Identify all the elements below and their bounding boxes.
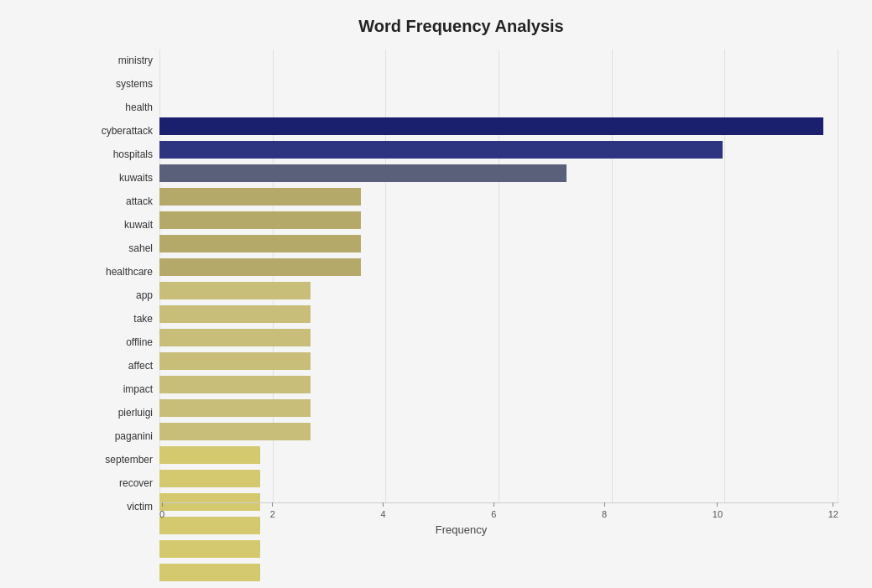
bar-track (159, 378, 838, 400)
bar-row: impact (84, 378, 838, 400)
bar-track (159, 284, 838, 306)
bar-row: recover (84, 472, 838, 494)
bar-row: pierluigi (84, 402, 838, 424)
bars-wrapper: ministrysystemshealthcyberattackhospital… (84, 49, 838, 502)
bar-label: kuwait (84, 219, 159, 231)
bar-track (159, 308, 838, 330)
bar-label: take (84, 313, 159, 325)
x-tick-label: 12 (828, 509, 838, 519)
bar-row: app (84, 284, 838, 306)
bar-label: affect (84, 360, 159, 372)
bar-track (159, 331, 838, 353)
bar-row: cyberattack (84, 120, 838, 142)
x-tick-label: 10 (713, 509, 723, 519)
x-tick-label: 8 (602, 509, 607, 519)
bar-label: healthcare (84, 266, 159, 278)
bar-track (159, 120, 838, 142)
bar-label: pierluigi (84, 407, 159, 419)
bar-track (159, 261, 838, 283)
x-tick-line (272, 502, 273, 507)
chart-container: Word Frequency Analysis ministrysystemsh… (0, 0, 872, 588)
x-tick-label: 0 (159, 509, 164, 519)
bar-label: health (84, 101, 159, 113)
x-tick-label: 4 (381, 509, 386, 519)
bar-label: impact (84, 383, 159, 395)
bar-row: take (84, 308, 838, 330)
bar-row: affect (84, 355, 838, 377)
bar-label: app (84, 289, 159, 301)
bar-fill (159, 564, 260, 581)
x-tick-label: 2 (270, 509, 275, 519)
x-tick-line (493, 502, 494, 507)
bar-track (159, 167, 838, 189)
x-tick-line (833, 502, 833, 507)
bar-row: health (84, 96, 838, 118)
bar-row: hospitals (84, 143, 838, 165)
bar-row: paganini (84, 425, 838, 447)
bar-row: september (84, 449, 838, 471)
bar-row: systems (84, 73, 838, 95)
bar-track (159, 73, 838, 95)
bar-track (159, 214, 838, 236)
bar-track (159, 143, 838, 165)
bar-track (159, 425, 838, 447)
x-axis: 024681012 Frequency (84, 502, 838, 536)
bar-track (159, 190, 838, 212)
bar-track (159, 49, 838, 71)
bar-track (159, 472, 838, 494)
bar-label: systems (84, 78, 159, 90)
x-tick-line (717, 502, 718, 507)
bar-track (159, 355, 838, 377)
bar-row: healthcare (84, 261, 838, 283)
chart-title: Word Frequency Analysis (84, 17, 838, 36)
bar-row: attack (84, 190, 838, 212)
bar-row: sahel (84, 237, 838, 259)
bar-label: offline (84, 336, 159, 348)
x-tick-line (162, 502, 163, 507)
bar-label: attack (84, 195, 159, 207)
bar-row: offline (84, 331, 838, 353)
x-tick-label: 6 (491, 509, 496, 519)
bar-label: paganini (84, 430, 159, 442)
bar-label: cyberattack (84, 125, 159, 137)
bar-fill (159, 540, 260, 558)
bar-track (159, 237, 838, 259)
bar-row: kuwait (84, 214, 838, 236)
bar-track (159, 96, 838, 118)
bar-label: sahel (84, 242, 159, 254)
bar-label: hospitals (84, 148, 159, 160)
bar-track (159, 449, 838, 471)
bar-label: september (84, 454, 159, 466)
bar-label: recover (84, 477, 159, 489)
bar-label: kuwaits (84, 172, 159, 184)
chart-area: ministrysystemshealthcyberattackhospital… (84, 49, 838, 536)
bar-track (159, 402, 838, 424)
bar-label: ministry (84, 55, 159, 66)
bar-row: kuwaits (84, 167, 838, 189)
x-tick-line (604, 502, 605, 507)
bar-row: ministry (84, 49, 838, 71)
x-axis-title: Frequency (84, 523, 838, 536)
x-tick-line (383, 502, 384, 507)
